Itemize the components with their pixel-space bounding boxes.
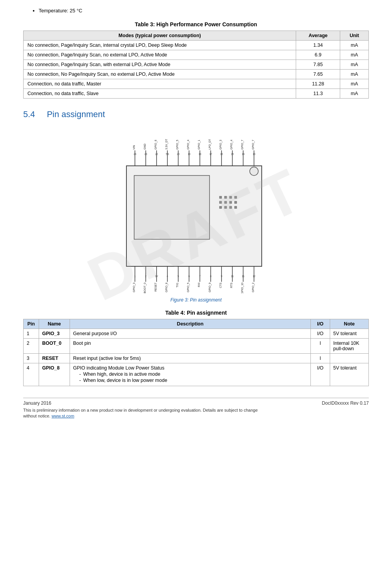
svg-text:GPIO_1: GPIO_1 [198,140,201,150]
table-row: Connection, no data traffic, Master11.28… [24,79,369,89]
power-table-cell: mA [340,89,369,99]
power-consumption-table: Modes (typical power consumption) Averag… [23,31,369,99]
pin-description-cell: General purpose I/O [70,329,311,339]
pin-name-cell: BOOT_0 [39,339,70,354]
svg-text:7: 7 [199,275,201,278]
svg-rect-2 [229,196,232,199]
col-mode: Modes (typical power consumption) [24,31,296,41]
table-row: Connection, no data traffic, Slave11.3mA [24,89,369,99]
svg-text:RESET: RESET [154,282,157,291]
svg-text:BOOT_0: BOOT_0 [143,283,147,293]
pin-diagram-svg: VIN 24 GND 23 GPIO_6 22 3.3V_DT 5B GPIO_… [103,131,289,293]
svg-text:GPIO_3: GPIO_3 [133,283,136,292]
col-name: Name [39,319,70,329]
chip-inner-rect [134,175,210,239]
pin-description-cell: GPIO indicating Module Low Power Status-… [70,363,311,386]
power-table-cell: No connection, No Page/Inquiry Scan, no … [24,70,296,79]
svg-text:20: 20 [177,153,180,155]
pin-number-cell: 4 [24,363,39,386]
svg-text:CTS: CTS [219,283,222,288]
pin-number-cell: 2 [24,339,39,354]
footer-note-line2: without notice. [23,414,50,418]
svg-text:LPO_DT: LPO_DT [208,139,211,150]
footer: January 2016 DocID0xxxxx Rev 0.17 This i… [23,398,369,419]
section-number: 5.4 [23,109,35,119]
footer-docid: DocID0xxxxx Rev 0.17 [322,400,369,406]
table3-title: Table 3: High Performance Power Consumpt… [23,21,369,27]
svg-rect-8 [219,206,222,209]
svg-rect-3 [234,196,237,199]
table-row: 3RESETReset input (active low for 5ms)I [24,354,369,363]
power-table-cell: Connection, no data traffic, Slave [24,89,296,99]
pin-assignment-table: Pin Name Description I/O Note 1GPIO_3Gen… [23,319,369,386]
bullet-section: Temperature: 25 °C [23,8,369,14]
svg-text:19: 19 [187,153,191,155]
power-table-cell: No connection, Page/Inquiry Scan, with e… [24,60,296,70]
power-table-cell: mA [340,79,369,89]
pin-name-cell: GPIO_3 [39,329,70,339]
power-table-cell: 7.65 [296,70,340,79]
pin-note-cell: Internal 10K pull-down [330,339,369,354]
svg-text:TX1: TX1 [176,283,179,288]
svg-text:GPIO_5: GPIO_5 [176,140,179,150]
table-row: No connection, No Page/Inquiry Scan, no … [24,70,369,79]
svg-text:15: 15 [231,153,234,155]
svg-text:GPIO_10: GPIO_10 [241,283,244,293]
svg-text:16: 16 [220,153,223,155]
power-table-cell: 7.85 [296,60,340,70]
svg-text:GPIO_9: GPIO_9 [208,283,211,292]
svg-text:GPIO_7: GPIO_7 [252,140,255,150]
table-row: No connection, Page/Inquiry Scan, intern… [24,41,369,50]
chip-notch-circle [250,167,258,175]
svg-text:GPIO_2: GPIO_2 [252,283,255,292]
svg-text:3.3V_DT: 3.3V_DT [165,139,168,150]
pin-io-cell: I [311,339,330,354]
pin-description-cell: Reset input (active low for 5ms) [70,354,311,363]
svg-text:11: 11 [242,275,245,278]
svg-text:13: 13 [252,153,256,155]
svg-text:GND: GND [143,143,146,150]
svg-rect-6 [229,201,232,204]
svg-text:RXI: RXI [198,283,200,287]
power-table-cell: No connection, Page/Inquiry Scan, intern… [24,41,296,50]
svg-text:6: 6 [188,275,190,278]
footer-link[interactable]: www.st.com [51,414,74,418]
pin-note-cell [330,354,369,363]
col-note: Note [330,319,369,329]
bottom-pin-group: GPIO_3 1 BOOT_0 2 RESET 3Y GPIO_8 4 TX1 … [133,266,256,293]
svg-text:12: 12 [252,275,256,278]
svg-text:RTS: RTS [230,283,233,288]
svg-rect-4 [219,201,222,204]
svg-text:24: 24 [133,153,136,155]
svg-text:5: 5 [177,275,179,278]
pin-name-cell: GPIO_8 [39,363,70,386]
table4-title: Table 4: Pin assignment [23,310,369,316]
svg-text:5B: 5B [166,153,169,155]
svg-text:VIN: VIN [133,145,135,150]
power-table-cell: Connection, no data traffic, Master [24,79,296,89]
col-description: Description [70,319,311,329]
power-table-cell: mA [340,70,369,79]
pin-io-cell: I/O [311,329,330,339]
pin-note-cell: 5V tolerant [330,363,369,386]
svg-rect-9 [224,206,227,209]
svg-text:14: 14 [242,153,245,155]
table-row: No connection, Page/Inquiry Scan, with e… [24,60,369,70]
section-heading-54: 5.4 Pin assignment [23,109,369,119]
svg-text:GPIO_8: GPIO_8 [165,283,168,292]
svg-text:4: 4 [167,275,168,278]
pin-io-cell: I/O [311,363,330,386]
svg-text:9: 9 [221,275,222,278]
figure3-caption: Figure 3: Pin assignment [23,297,369,303]
col-average: Average [296,31,340,41]
table-row: No connection, Page/Inquiry Scan, no ext… [24,50,369,60]
footer-date: January 2016 [23,400,51,406]
temperature-item: Temperature: 25 °C [39,8,369,14]
description-list-item: -When low, device is in low power mode [79,378,307,383]
svg-rect-11 [234,206,237,209]
pin-note-cell: 5V tolerant [330,329,369,339]
section-title: Pin assignment [47,109,105,119]
svg-text:GPIO_4: GPIO_4 [230,140,233,150]
power-table-cell: No connection, Page/Inquiry Scan, no ext… [24,50,296,60]
svg-text:1: 1 [134,275,136,278]
